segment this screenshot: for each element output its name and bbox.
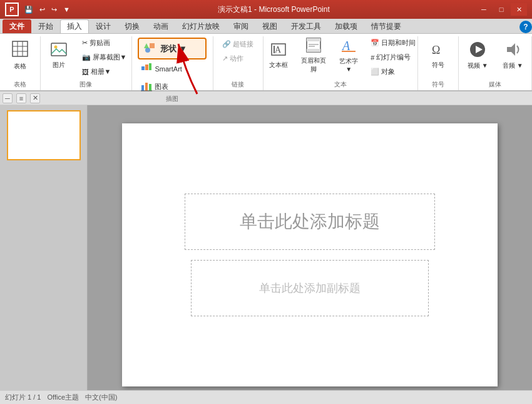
quick-access-toolbar: 💾 ↩ ↪ ▼ [23, 4, 72, 15]
svg-rect-12 [149, 63, 151, 70]
collapse-button[interactable]: ─ [3, 93, 13, 103]
svg-text:Ω: Ω [432, 44, 440, 56]
title-bar: P 💾 ↩ ↪ ▼ 演示文稿1 - Microsoft PowerPoint ─… [0, 0, 532, 19]
ribbon-group-links: 🔗 超链接 ↗ 动作 链接 [213, 36, 263, 90]
ribbon-group-images: 图片 ✂ 剪贴画 📷 屏幕截图▼ 🖼 相册▼ 图像 [41, 36, 132, 90]
wordart-icon: A [340, 38, 357, 55]
minimize-button[interactable]: ─ [476, 3, 492, 16]
album-label: 相册▼ [91, 67, 111, 76]
video-button[interactable]: 视频 ▼ [461, 36, 494, 74]
tab-insert[interactable]: 插入 [60, 19, 89, 33]
title-placeholder[interactable]: 单击此处添加标题 [185, 194, 435, 250]
slide-count: 幻灯片 1 / 1 [5, 393, 41, 402]
tab-slideshow[interactable]: 幻灯片放映 [175, 19, 227, 33]
hyperlink-icon: 🔗 [222, 40, 231, 48]
save-button[interactable]: 💾 [23, 4, 35, 15]
symbols-group-label: 符号 [423, 80, 453, 90]
ribbon-group-illustrations: 形状 ▼ SmartArt [132, 36, 213, 90]
ribbon-tabs: 文件 开始 插入 设计 切换 动画 幻灯片放映 审阅 视图 开发工具 加载项 情… [0, 19, 532, 34]
tab-transitions[interactable]: 切换 [118, 19, 146, 33]
header-footer-icon [305, 37, 322, 54]
main-area: 1 单击此处添加标题 单击此处添加副标题 [0, 105, 532, 404]
text-group-label: 文本 [269, 80, 413, 90]
maximize-button[interactable]: □ [493, 3, 509, 16]
svg-rect-21 [307, 38, 320, 41]
header-footer-label: 页眉和页脚 [300, 56, 327, 74]
shapes-icon [144, 41, 156, 56]
clipart-button[interactable]: ✂ 剪贴画 [79, 36, 130, 49]
images-col: ✂ 剪贴画 📷 屏幕截图▼ 🖼 相册▼ [79, 36, 130, 78]
ribbon-group-table: 表格 表格 [0, 36, 41, 90]
table-button[interactable]: 表格 [4, 36, 36, 74]
subtitle-placeholder-text: 单击此处添加副标题 [259, 281, 361, 296]
outline-button[interactable]: ≡ [16, 93, 26, 103]
tab-home[interactable]: 开始 [31, 19, 60, 33]
media-group-label: 媒体 [464, 80, 526, 90]
redo-button[interactable]: ↪ [49, 4, 59, 15]
datetime-button[interactable]: 📅 日期和时间 [367, 36, 419, 49]
language: 中文(中国) [85, 393, 117, 402]
picture-icon [51, 41, 67, 59]
app-logo: P [5, 3, 19, 16]
theme-name: Office主题 [47, 393, 79, 402]
ribbon-group-symbols: Ω 符号 符号 [418, 36, 459, 90]
svg-point-7 [145, 48, 150, 53]
action-button[interactable]: ↗ 动作 [219, 52, 247, 65]
table-icon [11, 40, 29, 60]
close-panel-button[interactable]: ✕ [30, 93, 40, 103]
audio-icon [504, 41, 521, 60]
tab-animations[interactable]: 动画 [146, 19, 175, 33]
slidenumber-icon: # [371, 54, 374, 61]
tab-design[interactable]: 设计 [89, 19, 118, 33]
wordart-button[interactable]: A 艺术字 ▼ [332, 36, 365, 74]
smartart-button[interactable]: SmartArt [138, 61, 185, 77]
textbox-button[interactable]: A 文本框 [262, 36, 295, 74]
screenshot-button[interactable]: 📷 屏幕截图▼ [79, 51, 130, 64]
tab-addins[interactable]: 加载项 [328, 19, 364, 33]
chart-label: 图表 [155, 82, 168, 91]
audio-button[interactable]: 音频 ▼ [496, 36, 529, 74]
slidenumber-button[interactable]: # 幻灯片编号 [367, 51, 419, 64]
tab-developer[interactable]: 开发工具 [284, 19, 328, 33]
screenshot-icon: 📷 [82, 53, 91, 61]
screenshot-label: 屏幕截图▼ [93, 53, 127, 62]
undo-button[interactable]: ↩ [38, 4, 47, 15]
svg-text:A: A [341, 39, 350, 53]
chart-icon [141, 80, 152, 93]
shapes-button[interactable]: 形状 ▼ [138, 38, 207, 60]
subtitle-placeholder[interactable]: 单击此处添加副标题 [191, 260, 429, 316]
album-button[interactable]: 🖼 相册▼ [79, 65, 130, 78]
hyperlink-button[interactable]: 🔗 超链接 [219, 38, 257, 51]
table-group-label: 表格 [5, 80, 35, 90]
tab-review[interactable]: 审阅 [227, 19, 255, 33]
symbol-button[interactable]: Ω 符号 [422, 36, 454, 74]
help-button[interactable]: ? [519, 21, 532, 33]
more-button[interactable]: ▼ [61, 4, 72, 14]
video-label: 视频 ▼ [468, 61, 488, 70]
close-button[interactable]: ✕ [511, 3, 527, 16]
svg-rect-13 [141, 85, 144, 91]
header-footer-button[interactable]: 页眉和页脚 [297, 36, 330, 74]
smartart-label: SmartArt [155, 65, 182, 73]
textbox-label: 文本框 [269, 61, 288, 70]
slides-panel[interactable]: 1 [0, 105, 88, 404]
picture-button[interactable]: 图片 [43, 36, 75, 74]
svg-rect-5 [51, 43, 66, 56]
text-group-content: A 文本框 页眉和页脚 [262, 36, 419, 80]
clipart-icon: ✂ [82, 39, 88, 47]
title-bar-left: P 💾 ↩ ↪ ▼ [5, 3, 72, 16]
chart-button[interactable]: 图表 [138, 78, 171, 95]
window-title: 演示文稿1 - Microsoft PowerPoint [72, 4, 476, 15]
text-col: 📅 日期和时间 # 幻灯片编号 ⬜ 对象 [367, 36, 419, 78]
svg-rect-8 [150, 43, 155, 48]
svg-rect-0 [13, 41, 28, 56]
datetime-label: 日期和时间 [381, 38, 416, 48]
tab-file[interactable]: 文件 [3, 19, 31, 33]
tab-sentiment[interactable]: 情节提要 [364, 19, 408, 33]
status-bar: 幻灯片 1 / 1 Office主题 中文(中国) [0, 390, 532, 404]
object-button[interactable]: ⬜ 对象 [367, 65, 419, 78]
tab-view[interactable]: 视图 [255, 19, 284, 33]
slide-thumbnail-1[interactable]: 1 [7, 110, 81, 160]
textbox-icon: A [270, 41, 287, 59]
hyperlink-label: 超链接 [233, 39, 253, 49]
